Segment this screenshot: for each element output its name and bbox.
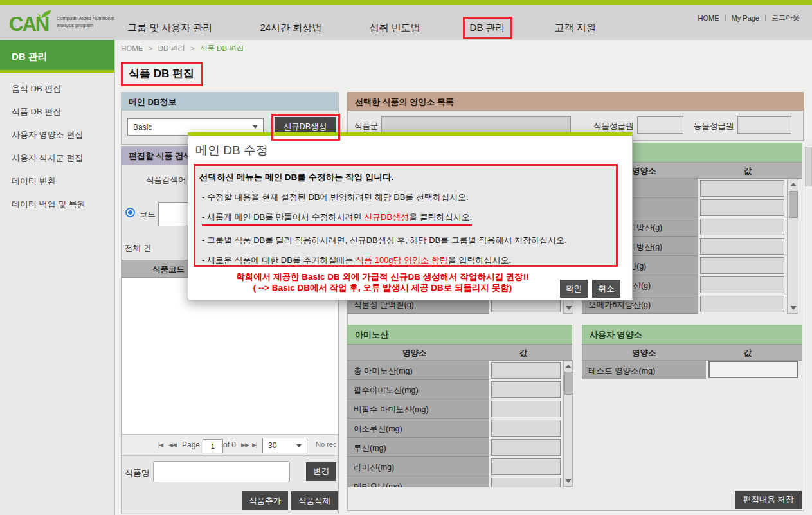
nutrient-value-input[interactable] (491, 420, 561, 437)
nutrient-value (699, 294, 786, 314)
food-list-area[interactable] (122, 278, 338, 434)
search-keyword-label: 식품검색어 (146, 175, 186, 186)
app-window: CAN Computer Aided Nutritional analysis … (0, 0, 812, 515)
sidebar-item-data-convert[interactable]: 데이터 변환 (0, 170, 114, 193)
nutrient-value-input[interactable] (491, 478, 561, 487)
bullet4-text: 을 입력하십시오. (448, 255, 511, 265)
nav-24h-recall[interactable]: 24시간 회상법 (255, 19, 327, 37)
warning-line-1: 학회에서 제공한 Basic DB 외에 가급적 신규DB 생성해서 작업하시길… (190, 271, 575, 282)
breadcrumb-sep: > (149, 44, 153, 52)
modal-bullet-4: - 새로운 식품에 대한 DB를 추가하실때는 식품 100g당 영양소 함량을… (202, 255, 616, 266)
nav-group-user-mgmt[interactable]: 그룹 및 사용자 관리 (122, 19, 218, 37)
modal-heading: 선택하신 메뉴는 메인 DB를 수정하는 작업 입니다. (199, 172, 616, 183)
scroll-up-icon[interactable] (565, 365, 572, 368)
scrollbar-thumb[interactable] (789, 191, 798, 218)
home-link[interactable]: HOME (692, 14, 725, 22)
nutrient-label: 이소루신(mg) (347, 419, 489, 438)
modal-title: 메인 DB 수정 (195, 142, 268, 159)
nav-db-management[interactable]: DB 관리 (463, 17, 512, 39)
app-header: CAN Computer Aided Nutritional analysis … (0, 5, 812, 40)
nutrient-value (490, 361, 562, 380)
nutrient-value-input[interactable] (491, 458, 561, 475)
nutrient-value-input[interactable] (700, 199, 784, 216)
scroll-down-icon[interactable] (565, 479, 572, 483)
cancel-button[interactable]: 취소 (592, 280, 620, 298)
main-db-section-header: 메인 DB정보 (121, 92, 339, 111)
modal-bullet-3: - 그룹별 식품 DB를 달리 적용하시려면, 신규DB생성 후, 해당 DB를… (202, 235, 616, 246)
change-button[interactable]: 변경 (306, 462, 336, 481)
next-page-icon[interactable]: ▶▶ (241, 442, 249, 448)
scroll-up-icon[interactable] (790, 183, 797, 186)
nutrient-value (490, 476, 562, 487)
nutrient-value-input[interactable] (491, 401, 561, 417)
mypage-link[interactable]: My Page (726, 14, 765, 22)
nav-intake-frequency[interactable]: 섭취 빈도법 (364, 19, 425, 37)
nutrient-label: 필수아미노산(mg) (347, 380, 489, 399)
user-nutrient-value-input[interactable] (708, 361, 798, 378)
main-nav: 그룹 및 사용자 관리 24시간 회상법 섭취 빈도법 DB 관리 고객 지원 (122, 10, 638, 45)
nav-customer-support[interactable]: 고객 지원 (550, 19, 601, 37)
nutrient-value (490, 419, 562, 438)
nutrient-value (699, 275, 786, 294)
right-table-scrollbar[interactable] (787, 179, 798, 314)
code-radio[interactable] (125, 208, 135, 217)
breadcrumb-home[interactable]: HOME (121, 44, 143, 52)
page-size-select[interactable]: 30 (262, 438, 307, 453)
food-group-input[interactable] (381, 116, 571, 134)
plant-source-input[interactable] (637, 116, 683, 134)
logout-link[interactable]: 로그아웃 (766, 13, 806, 23)
pagination-bar: |◀ ◀◀ Page of 0 ▶▶ ▶| 30 No rec (122, 434, 338, 456)
grid-column-label: 식품코드 (152, 264, 185, 275)
animal-source-label: 동물성급원 (694, 121, 734, 132)
food-name-input[interactable] (153, 461, 290, 482)
first-page-icon[interactable]: |◀ (158, 442, 163, 448)
nutrient-value (699, 237, 786, 256)
save-edits-button[interactable]: 편집내용 저장 (735, 491, 802, 509)
prev-page-icon[interactable]: ◀◀ (168, 442, 176, 448)
nutrient-value-input[interactable] (700, 276, 784, 293)
animal-source-input[interactable] (737, 116, 791, 134)
sidebar-item-user-nutrient-edit[interactable]: 사용자 영양소 편집 (0, 123, 114, 147)
nutrient-value-input[interactable] (700, 219, 784, 235)
nutrient-value-input[interactable] (700, 257, 784, 274)
nutrient-value-input[interactable] (491, 381, 561, 398)
plant-source-label: 식물성급원 (593, 121, 634, 132)
last-page-icon[interactable]: ▶| (252, 442, 257, 448)
scroll-down-icon[interactable] (566, 306, 572, 310)
scroll-down-icon[interactable] (790, 306, 797, 310)
page-number-input[interactable] (203, 439, 223, 453)
nutrient-value (699, 256, 786, 275)
col-nutrient-label: 영양소 (402, 348, 427, 359)
sidebar-item-data-backup[interactable]: 데이터 백업 및 복원 (0, 193, 114, 216)
sidebar-item-food-db-edit[interactable]: 음식 DB 편집 (0, 77, 114, 100)
nutrient-value-input[interactable] (700, 180, 784, 197)
amino-table-colhead: 영양소 값 (347, 344, 572, 361)
scrollbar-thumb[interactable] (564, 372, 573, 395)
confirm-button[interactable]: 확인 (560, 280, 588, 298)
sidebar-item-user-mealgroup-edit[interactable]: 사용자 식사군 편집 (0, 147, 114, 170)
outer-scrollbar[interactable] (804, 141, 812, 511)
col-nutrient-label: 영양소 (632, 166, 656, 177)
page-title: 식품 DB 편집 (121, 62, 203, 86)
sidebar-item-ingredient-db-edit[interactable]: 식품 DB 편집 (0, 100, 114, 123)
amino-table-header: 아미노산 (347, 325, 572, 344)
nutrient-label: 루신(mg) (347, 438, 489, 457)
logo-tagline: Computer Aided Nutritional analysis prog… (57, 15, 127, 30)
delete-food-button[interactable]: 식품삭제 (291, 491, 338, 510)
sidebar: DB 관리 음식 DB 편집 식품 DB 편집 사용자 영양소 편집 사용자 식… (0, 40, 115, 515)
outer-scrollbar-thumb[interactable] (805, 147, 812, 186)
sidebar-title: DB 관리 (0, 40, 114, 73)
page-label: Page (182, 440, 200, 449)
breadcrumb-sep: > (190, 44, 195, 52)
breadcrumb-current: 식품 DB 편집 (200, 44, 244, 52)
breadcrumb-db-mgmt[interactable]: DB 관리 (158, 44, 185, 52)
add-food-button[interactable]: 식품추가 (242, 491, 288, 510)
nutrient-value-input[interactable] (700, 296, 784, 312)
nutrient-value (699, 198, 786, 217)
nutrient-value-input[interactable] (491, 439, 561, 456)
nutrient-value-input[interactable] (491, 362, 561, 379)
col-nutrient-label: 영양소 (632, 348, 656, 359)
amino-scrollbar[interactable] (563, 361, 573, 487)
logo[interactable]: CAN Computer Aided Nutritional analysis … (9, 12, 118, 40)
nutrient-value-input[interactable] (700, 238, 784, 255)
